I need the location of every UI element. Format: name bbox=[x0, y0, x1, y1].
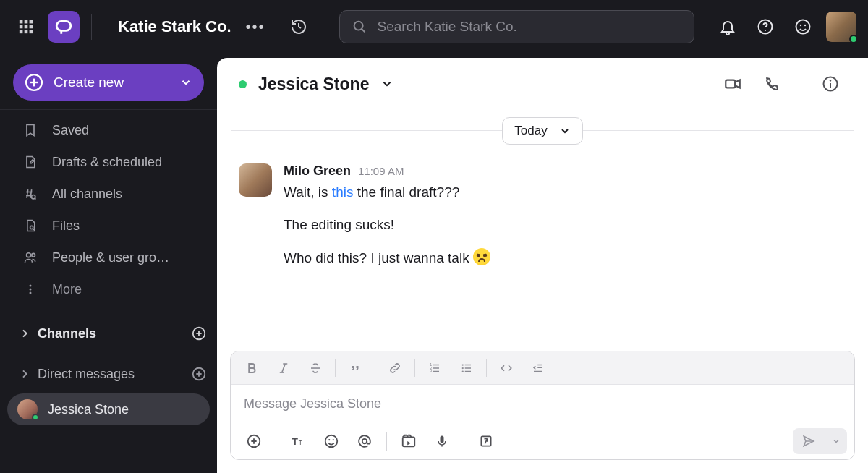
plus-circle-icon bbox=[25, 73, 43, 92]
sidebar-item-saved[interactable]: Saved bbox=[0, 114, 217, 146]
send-icon[interactable] bbox=[793, 434, 825, 448]
history-icon[interactable] bbox=[284, 12, 313, 41]
org-menu-icon[interactable]: ••• bbox=[242, 19, 270, 35]
dm-item-jessica-stone[interactable]: Jessica Stone bbox=[7, 393, 210, 425]
svg-rect-40 bbox=[726, 80, 735, 88]
strikethrough-icon[interactable] bbox=[300, 355, 331, 381]
mention-icon[interactable] bbox=[349, 427, 380, 456]
message-avatar[interactable] bbox=[239, 163, 272, 197]
emoji-picker-icon[interactable] bbox=[315, 427, 347, 456]
svg-point-16 bbox=[800, 25, 801, 26]
attach-icon[interactable] bbox=[238, 427, 270, 456]
ordered-list-icon[interactable]: 123 bbox=[420, 355, 450, 381]
nav-label: People & user gro… bbox=[52, 250, 169, 265]
svg-point-72 bbox=[362, 439, 367, 443]
composer: 123 Message Jessica Stone TT bbox=[217, 349, 868, 473]
chevron-right-icon bbox=[19, 328, 30, 339]
svg-point-71 bbox=[333, 439, 334, 440]
formatting-toolbar: 123 bbox=[231, 351, 854, 385]
angry-face-emoji bbox=[473, 248, 490, 265]
dm-label: Jessica Stone bbox=[48, 402, 129, 417]
svg-point-32 bbox=[30, 289, 32, 291]
svg-point-25 bbox=[32, 195, 35, 199]
video-clip-icon[interactable] bbox=[393, 427, 425, 456]
nav-label: More bbox=[52, 282, 82, 297]
user-avatar[interactable] bbox=[826, 12, 856, 42]
org-name[interactable]: Katie Stark Co. bbox=[118, 17, 231, 36]
message-link[interactable]: this bbox=[332, 184, 354, 200]
app-logo[interactable] bbox=[48, 11, 80, 43]
link-icon[interactable] bbox=[380, 355, 410, 381]
code-icon[interactable] bbox=[491, 355, 522, 381]
svg-marker-41 bbox=[735, 80, 740, 88]
apps-grid-icon[interactable] bbox=[12, 12, 41, 41]
svg-rect-9 bbox=[56, 21, 71, 30]
sidebar-item-drafts[interactable]: Drafts & scheduled bbox=[0, 146, 217, 178]
dm-section-header[interactable]: Direct messages bbox=[0, 357, 217, 391]
bookmark-icon bbox=[22, 123, 39, 137]
send-button-group bbox=[793, 428, 847, 454]
bold-icon[interactable] bbox=[237, 355, 267, 381]
message-author[interactable]: Milo Green bbox=[284, 163, 351, 179]
svg-point-30 bbox=[32, 253, 35, 257]
conversation-panel: Jessica Stone Today Milo Green 11:09 AM bbox=[217, 58, 868, 473]
svg-line-26 bbox=[35, 198, 35, 199]
date-label: Today bbox=[514, 124, 547, 138]
code-block-icon[interactable] bbox=[523, 355, 553, 381]
nav-label: All channels bbox=[52, 187, 122, 202]
text-format-icon[interactable]: TT bbox=[282, 427, 314, 456]
svg-point-70 bbox=[328, 439, 330, 440]
date-jump-button[interactable]: Today bbox=[502, 117, 582, 145]
nav-label: Files bbox=[52, 218, 80, 234]
top-bar: Katie Stark Co. ••• bbox=[0, 0, 868, 54]
sidebar-item-people[interactable]: People & user gro… bbox=[0, 242, 217, 273]
svg-point-44 bbox=[830, 80, 831, 81]
svg-rect-1 bbox=[25, 20, 28, 24]
composer-actions: TT bbox=[231, 423, 854, 459]
svg-text:T: T bbox=[299, 439, 302, 446]
divider bbox=[91, 14, 92, 40]
section-label: Channels bbox=[38, 326, 184, 341]
conversation-header: Jessica Stone bbox=[217, 58, 868, 110]
notifications-icon[interactable] bbox=[713, 12, 742, 41]
channels-section-header[interactable]: Channels bbox=[0, 317, 217, 350]
send-options-icon[interactable] bbox=[825, 437, 847, 446]
svg-point-17 bbox=[804, 25, 806, 26]
bullet-list-icon[interactable] bbox=[451, 355, 482, 381]
presence-indicator bbox=[239, 80, 247, 88]
divider bbox=[801, 69, 801, 98]
svg-point-59 bbox=[462, 367, 464, 368]
italic-icon[interactable] bbox=[268, 355, 299, 381]
audio-call-icon[interactable] bbox=[756, 68, 788, 100]
shortcut-icon[interactable] bbox=[470, 427, 502, 456]
search-bar bbox=[339, 10, 694, 43]
message-time: 11:09 AM bbox=[358, 165, 404, 177]
chevron-down-icon bbox=[559, 125, 571, 137]
message-text: Wait, is this the final draft??? The edi… bbox=[284, 182, 846, 268]
sidebar-item-files[interactable]: Files bbox=[0, 210, 217, 242]
chevron-right-icon bbox=[19, 368, 30, 380]
presence-indicator bbox=[849, 35, 858, 43]
svg-point-11 bbox=[354, 22, 362, 30]
svg-rect-4 bbox=[25, 25, 28, 29]
quote-icon[interactable] bbox=[340, 355, 370, 381]
info-icon[interactable] bbox=[814, 68, 846, 100]
sidebar-item-all-channels[interactable]: All channels bbox=[0, 178, 217, 210]
video-call-icon[interactable] bbox=[717, 68, 749, 100]
chevron-down-icon[interactable] bbox=[380, 77, 393, 90]
svg-rect-0 bbox=[20, 20, 23, 24]
message-input[interactable]: Message Jessica Stone bbox=[231, 385, 854, 423]
nav-label: Drafts & scheduled bbox=[52, 155, 162, 170]
audio-clip-icon[interactable] bbox=[426, 427, 458, 456]
help-icon[interactable] bbox=[751, 12, 780, 41]
conversation-title[interactable]: Jessica Stone bbox=[258, 74, 369, 94]
svg-rect-3 bbox=[20, 25, 23, 29]
emoji-status-icon[interactable] bbox=[788, 12, 817, 41]
create-new-label: Create new bbox=[54, 74, 169, 90]
search-input[interactable] bbox=[378, 19, 682, 35]
add-dm-icon[interactable] bbox=[191, 366, 207, 382]
svg-point-14 bbox=[765, 30, 766, 31]
add-channel-icon[interactable] bbox=[191, 325, 207, 341]
create-new-button[interactable]: Create new bbox=[13, 64, 204, 101]
sidebar-item-more[interactable]: More bbox=[0, 273, 217, 305]
